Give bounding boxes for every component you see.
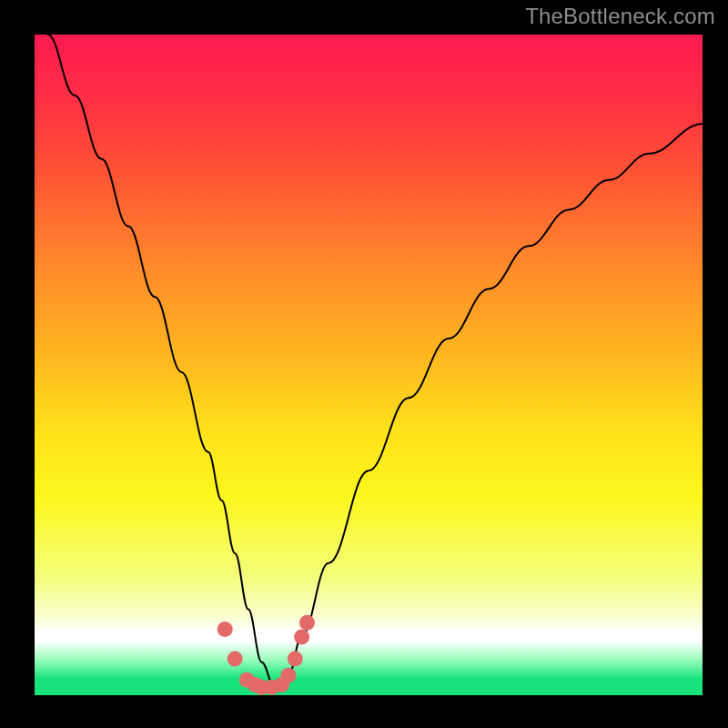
data-marker — [280, 668, 296, 683]
data-marker — [294, 630, 309, 645]
gradient-background — [35, 35, 703, 695]
watermark-text: TheBottleneck.com — [525, 4, 715, 29]
data-marker — [217, 622, 233, 637]
bottleneck-chart — [35, 35, 703, 695]
data-marker — [288, 652, 303, 667]
data-marker — [299, 615, 315, 631]
data-marker — [228, 652, 243, 667]
outer-frame: TheBottleneck.com — [0, 0, 728, 728]
